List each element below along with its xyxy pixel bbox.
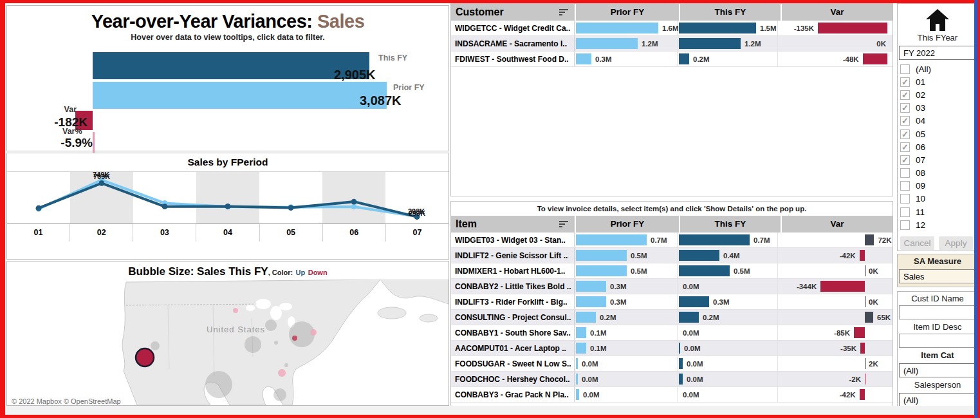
prior-fy-bar[interactable] — [576, 281, 606, 292]
table-row[interactable]: AACOMPUT01 - Acer Laptop ..0.1M0.0M-35K — [451, 341, 892, 356]
checkbox-checked[interactable]: ✓ — [900, 142, 910, 152]
salesperson-dropdown[interactable]: (All) — [899, 393, 974, 407]
customer-name[interactable]: INDSACRAME - Sacramento I.. — [451, 36, 575, 51]
prior-fy-cell[interactable]: 0.3M — [575, 279, 678, 294]
item-name[interactable]: INDLIFT3 - Rider Forklift - Big.. — [451, 294, 575, 309]
item-name[interactable]: CONSULTING - Project Consul.. — [451, 310, 575, 325]
prior-fy-cell[interactable]: 0.0M — [575, 372, 678, 386]
table-row[interactable]: CONBABY3 - Grac Pack N Pla..0.0M0.0M-42K — [451, 387, 892, 403]
prior-fy-bar[interactable] — [576, 312, 596, 323]
item-name[interactable]: CONBABY1 - South Shore Sav.. — [451, 325, 575, 340]
x-axis-label[interactable]: 03 — [133, 224, 196, 242]
this-fy-bar[interactable] — [679, 296, 709, 307]
this-fy-bar[interactable] — [93, 52, 369, 79]
prior-fy-bar[interactable] — [576, 374, 578, 385]
prior-fy-bar[interactable] — [576, 389, 579, 400]
data-point[interactable] — [225, 204, 231, 209]
this-fy-bar[interactable] — [679, 234, 750, 245]
item-cat-dropdown[interactable]: (All) — [899, 363, 974, 377]
series-this-fy[interactable] — [39, 183, 417, 216]
sales-bubble[interactable] — [273, 388, 286, 401]
prior-fy-cell[interactable]: 0.7M — [575, 233, 678, 247]
this-fy-bar[interactable] — [679, 343, 680, 354]
table-row[interactable]: CONSULTING - Project Consul..0.2M0.2M65K — [451, 310, 892, 325]
sales-bubble[interactable] — [136, 348, 154, 366]
table-row[interactable]: FOODSUGAR - Sweet N Low S..0.0M0.0M2K — [451, 356, 892, 372]
data-point[interactable] — [99, 180, 105, 186]
table-row[interactable]: INDSACRAME - Sacramento I..1.2M1.2M0K — [451, 36, 892, 52]
period-checkbox-row[interactable]: 10 — [898, 193, 974, 205]
prior-fy-bar[interactable] — [576, 53, 591, 64]
item-id-desc-input[interactable] — [899, 334, 974, 348]
prior-fy-bar[interactable] — [576, 327, 586, 338]
customer-column-header[interactable]: Customer — [451, 4, 575, 21]
var-bar-negative[interactable] — [860, 343, 865, 354]
this-fy-bar[interactable] — [679, 53, 689, 64]
prior-fy-cell[interactable]: 0.3M — [575, 294, 678, 309]
checkbox-checked[interactable]: ✓ — [900, 103, 910, 113]
prior-fy-column-header[interactable]: Prior FY — [576, 4, 679, 21]
prior-fy-cell[interactable]: 0.5M — [575, 248, 678, 263]
this-fy-column-header[interactable]: This FY — [680, 4, 781, 21]
sales-bubble[interactable] — [274, 341, 278, 345]
prior-fy-bar[interactable] — [576, 296, 606, 307]
x-axis-label[interactable]: 04 — [196, 224, 259, 242]
sales-bubble[interactable] — [310, 329, 317, 336]
table-row[interactable]: WIDGETCC - Widget Credit Ca..1.6M1.5M-13… — [451, 21, 892, 36]
item-name[interactable]: WIDGET03 - Widget 03 - Stan.. — [451, 233, 575, 247]
this-fy-cell[interactable]: 0.0M — [678, 341, 778, 356]
prior-fy-bar[interactable] — [576, 358, 578, 369]
data-point[interactable] — [288, 205, 294, 211]
checkbox-checked[interactable]: ✓ — [900, 90, 910, 100]
item-name[interactable]: CONBABY2 - Little Tikes Bold .. — [451, 279, 575, 294]
period-checkbox-row[interactable]: ✓03 — [898, 102, 974, 115]
prior-fy-cell[interactable]: 0.2M — [575, 310, 678, 325]
this-fy-cell[interactable]: 0.4M — [678, 248, 778, 263]
var-cell[interactable]: -135K — [778, 21, 889, 35]
var-cell[interactable]: -48K — [778, 52, 889, 66]
var-bar-positive[interactable] — [865, 312, 873, 323]
this-fy-bar[interactable] — [679, 250, 719, 261]
checkbox-unchecked[interactable] — [900, 220, 910, 230]
x-axis-label[interactable]: 06 — [323, 224, 386, 242]
checkbox-unchecked[interactable] — [900, 181, 910, 191]
home-icon[interactable] — [926, 9, 949, 31]
var-cell[interactable]: -42K — [778, 248, 889, 263]
apply-button[interactable]: Apply — [939, 236, 973, 250]
data-point[interactable] — [351, 199, 357, 205]
checkbox-unchecked[interactable] — [900, 168, 910, 178]
x-axis-label[interactable]: 02 — [70, 224, 133, 242]
x-axis-label[interactable]: 01 — [7, 224, 70, 242]
sa-measure-dropdown[interactable]: Sales — [899, 269, 974, 283]
var-column-header[interactable]: Var — [782, 216, 892, 233]
filter-icon[interactable] — [559, 9, 568, 17]
period-checkbox-row[interactable]: ✓01 — [898, 75, 974, 88]
sales-bubble[interactable] — [233, 308, 238, 313]
var-cell[interactable]: 0K — [778, 263, 889, 278]
data-point[interactable] — [162, 204, 168, 209]
var-bar-negative[interactable] — [860, 389, 865, 400]
sales-bubble[interactable] — [151, 341, 160, 350]
fperiod-line-chart[interactable]: 749K709K298K293K01020304050607 — [7, 172, 448, 242]
period-checkbox-row[interactable]: ✓07 — [898, 153, 974, 166]
sales-bubble[interactable] — [205, 371, 232, 398]
data-point[interactable] — [351, 204, 357, 210]
period-checkbox-row[interactable]: 12 — [898, 218, 974, 231]
this-fy-cell[interactable]: 0.0M — [678, 356, 778, 371]
prior-fy-column-header[interactable]: Prior FY — [576, 216, 679, 233]
var-cell[interactable]: 72K — [778, 233, 889, 247]
this-fy-cell[interactable]: 1.2M — [678, 36, 778, 51]
var-cell[interactable]: -42K — [778, 387, 889, 402]
sales-bubble[interactable] — [278, 369, 286, 377]
period-checkbox-row[interactable]: 08 — [898, 167, 974, 180]
this-fy-cell[interactable]: 0.2M — [678, 52, 778, 66]
item-name[interactable]: CONBABY3 - Grac Pack N Pla.. — [451, 387, 575, 402]
this-fy-cell[interactable]: 0.3M — [678, 294, 778, 309]
var-cell[interactable]: 0K — [778, 36, 889, 51]
us-map[interactable]: United States © 2022 Mapbox © OpenStreet… — [7, 280, 448, 405]
cancel-button[interactable]: Cancel — [900, 236, 934, 250]
checkbox-checked[interactable]: ✓ — [900, 155, 910, 165]
period-checkbox-row[interactable]: ✓05 — [898, 128, 974, 140]
this-fy-cell[interactable]: 0.0M — [678, 372, 778, 386]
prior-fy-bar[interactable] — [576, 38, 638, 49]
